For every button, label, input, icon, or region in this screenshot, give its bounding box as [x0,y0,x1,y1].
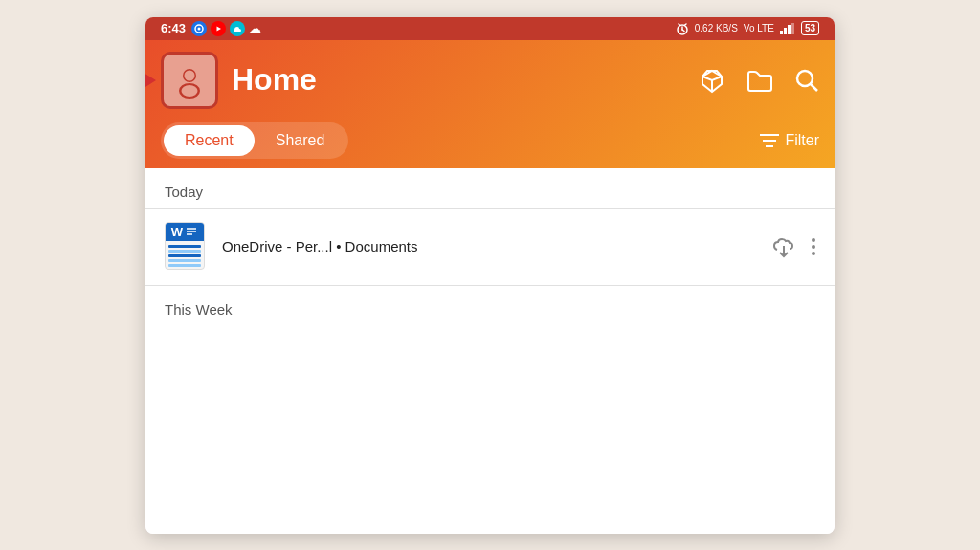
data-speed: 0.62 KB/S [695,23,738,33]
status-bar: 6:43 [145,17,835,40]
signal-bars-icon [780,23,795,34]
search-icon[interactable] [794,68,819,93]
download-icon[interactable] [771,234,796,259]
svg-rect-10 [788,25,791,34]
filter-button[interactable]: Filter [760,132,819,149]
svg-rect-9 [784,28,787,34]
file-actions [771,234,815,259]
dot-2 [812,245,815,249]
folder-icon[interactable] [746,68,773,93]
more-options-icon[interactable] [812,238,815,255]
svg-point-19 [797,71,813,86]
this-week-section-label: This Week [145,286,835,325]
word-icon-letter: W [171,225,183,239]
svg-line-5 [682,30,684,32]
dot-1 [812,238,815,242]
word-doc-lines-icon [185,225,198,238]
user-avatar-box[interactable] [161,52,218,109]
svg-point-15 [185,70,195,80]
avatar-icon [171,62,208,99]
dot-3 [812,252,815,255]
red-arrow-icon [145,61,156,99]
alarm-icon [676,22,689,35]
content-area: Today W [145,168,835,534]
app-header: Home [145,40,835,168]
filter-icon [760,133,779,148]
header-left: Home [161,52,317,109]
header-top: Home [161,52,819,109]
filter-label: Filter [785,132,819,149]
file-name: OneDrive - Per...l • Documents [222,238,418,254]
status-icons: ☁ [191,21,261,36]
header-icons [699,67,819,94]
cloud-arrow-icon [230,21,245,36]
svg-marker-2 [217,26,222,31]
tabs-container: Recent Shared [161,122,348,159]
file-item-word: W [145,209,835,285]
svg-point-1 [198,27,201,30]
file-info: OneDrive - Per...l • Documents [222,238,758,255]
svg-point-16 [182,85,198,97]
status-right: 0.62 KB/S Vo LTE 53 [676,21,819,35]
today-section-label: Today [145,168,835,208]
status-left: 6:43 [161,21,261,36]
youtube-icon [211,21,226,36]
page-title: Home [232,62,317,98]
word-file-icon: W [165,222,209,272]
svg-line-7 [684,24,686,26]
battery-indicator: 53 [801,21,819,35]
tabs-row: Recent Shared Filter [161,122,819,168]
svg-line-20 [811,84,817,91]
gem-icon[interactable] [699,67,725,94]
svg-rect-8 [780,31,783,34]
svg-rect-11 [791,23,794,34]
cloud-icon: ☁ [249,21,261,35]
svg-marker-12 [145,61,156,99]
signal-text: Vo LTE [744,23,774,33]
svg-line-6 [679,24,680,26]
tab-recent[interactable]: Recent [164,125,255,156]
pointing-arrow [145,61,156,99]
tab-shared[interactable]: Shared [255,125,346,156]
compass-icon [191,21,207,36]
status-time: 6:43 [161,21,186,35]
phone-frame: 6:43 [145,17,835,534]
